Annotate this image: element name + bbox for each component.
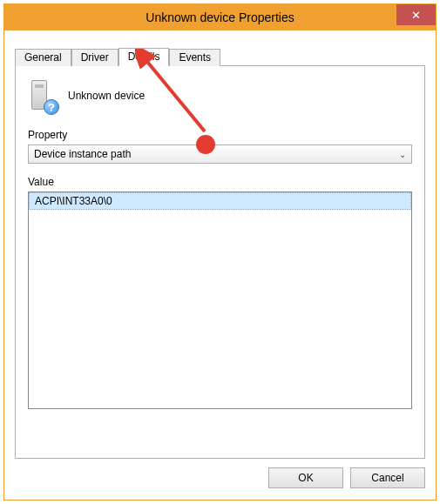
cancel-button[interactable]: Cancel: [350, 467, 425, 488]
close-button[interactable]: ✕: [396, 4, 436, 25]
tab-events[interactable]: Events: [169, 49, 220, 66]
properties-window: Unknown device Properties ✕ General Driv…: [3, 3, 437, 501]
device-icon: ?: [28, 78, 58, 113]
value-listbox[interactable]: ACPI\INT33A0\0: [28, 192, 412, 409]
window-title: Unknown device Properties: [146, 10, 294, 24]
close-icon: ✕: [411, 9, 421, 22]
chevron-down-icon: ⌄: [399, 150, 406, 159]
property-selected-value: Device instance path: [34, 148, 131, 160]
tab-strip: General Driver Details Events: [15, 46, 430, 65]
device-name-label: Unknown device: [68, 90, 145, 102]
question-mark-overlay-icon: ?: [44, 99, 59, 115]
tab-panel-details: ? Unknown device Property Device instanc…: [15, 65, 425, 459]
property-dropdown[interactable]: Device instance path ⌄: [28, 144, 412, 164]
device-header: ? Unknown device: [28, 78, 412, 113]
tab-general[interactable]: General: [15, 49, 71, 66]
ok-button[interactable]: OK: [268, 467, 343, 488]
dialog-button-row: OK Cancel: [10, 467, 425, 488]
tab-details[interactable]: Details: [118, 48, 170, 66]
list-item[interactable]: ACPI\INT33A0\0: [29, 192, 411, 210]
client-area: General Driver Details Events ? Unknown …: [4, 30, 436, 500]
tab-driver[interactable]: Driver: [71, 49, 118, 66]
value-label: Value: [28, 176, 412, 188]
titlebar[interactable]: Unknown device Properties ✕: [4, 4, 436, 30]
property-label: Property: [28, 129, 412, 141]
